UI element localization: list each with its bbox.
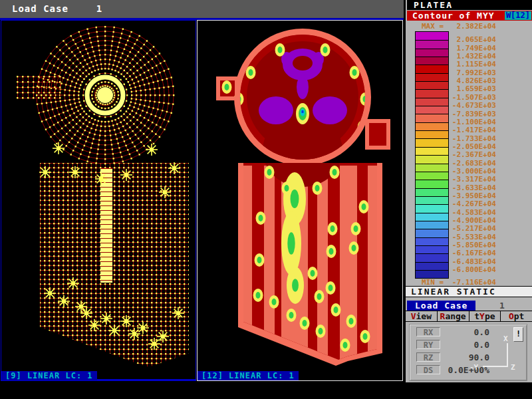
legend-boundary-value: 1.432E+04	[443, 53, 496, 61]
legend-boundary-value: -2.050E+04	[443, 143, 496, 151]
viewport-mesh-status: [9] LINEAR LC: 1	[1, 371, 97, 380]
legend-boundary-value: -5.217E+04	[443, 225, 496, 233]
legend-boundary-value: -4.267E+04	[443, 200, 496, 208]
tool-button[interactable]: !	[513, 327, 523, 342]
axis-line-horizontal	[483, 366, 508, 367]
analysis-type-bar: LINEAR STATIC	[406, 286, 532, 297]
legend-boundary-value: -2.367E+04	[443, 151, 496, 159]
control-panel: PLATEA Contour of MYY W[12] MAX = 2.382E…	[404, 0, 532, 382]
axis-triad: X Z -Y	[472, 336, 520, 375]
legend-boundary-value: -5.533E+04	[443, 233, 496, 241]
menu-item-type[interactable]: tYpe	[469, 311, 501, 321]
legend-boundary-value: 1.115E+04	[443, 61, 496, 68]
legend-boundary-value: -7.839E+03	[443, 110, 496, 118]
app-screen: Load Case1 [9] LINEAR LC: 1 [12] LINEAR …	[0, 0, 532, 399]
menu-item-range[interactable]: Range	[438, 311, 469, 321]
legend-boundary-value: -4.583E+04	[443, 209, 496, 217]
menu-item-opt[interactable]: Opt	[501, 311, 532, 321]
axis-label-x: X	[503, 334, 508, 343]
legend-boundary-value: 7.992E+03	[443, 69, 496, 77]
title-bar: Load Case1	[0, 0, 404, 18]
legend-boundary-value: -5.850E+04	[443, 241, 496, 249]
menu-item-view[interactable]: View	[406, 311, 438, 321]
viewport-contour[interactable]: [12] LINEAR LC: 1	[197, 20, 403, 381]
contour-header: Contour of MYY W[12]	[407, 11, 532, 21]
legend-boundary-value: -3.000E+04	[443, 168, 496, 176]
control-row-rx: RX0.0	[416, 327, 527, 337]
legend-boundary-value: 1.749E+04	[443, 45, 496, 53]
legend-boundary-value: 2.065E+04	[443, 36, 496, 44]
legend-boundary-value: -1.507E+03	[443, 94, 496, 102]
contour-canvas[interactable]	[198, 21, 402, 380]
legend-max-value: 2.382E+04	[443, 23, 496, 31]
field-button-rz[interactable]: RZ	[416, 352, 440, 362]
viewport-mesh[interactable]: [9] LINEAR LC: 1	[1, 20, 196, 381]
load-case-row: Load Case 1	[406, 299, 532, 310]
legend-boundary-value: -1.417E+04	[443, 126, 496, 134]
legend-boundary-value: 4.826E+03	[443, 77, 496, 85]
field-button-rx[interactable]: RX	[416, 327, 440, 336]
legend-boundary-value: -4.673E+03	[443, 102, 496, 110]
menu-bar: ViewRangetYpeOpt	[406, 311, 532, 322]
load-case-value: 1	[499, 301, 505, 311]
contour-header-label: Contour of MYY	[412, 11, 495, 21]
legend-boundary-value: -6.167E+04	[443, 249, 496, 257]
axis-label-z: Z	[511, 363, 515, 372]
legend-boundary-value: -3.317E+04	[443, 176, 496, 184]
legend-boundary-value: -1.100E+04	[443, 118, 496, 126]
legend-boundary-value: -6.483E+04	[443, 258, 496, 266]
app-title: PLATEA	[407, 0, 532, 10]
legend-boundary-value: -6.800E+04	[443, 266, 496, 274]
view-controls-box: RX0.0RY0.0RZ90.0DS0.0E+00% X Z -Y !	[409, 324, 527, 381]
window-badge[interactable]: W[12]	[505, 11, 531, 20]
legend-boundary-value: -3.633E+04	[443, 184, 496, 192]
title-load-case-value: 1	[96, 3, 102, 14]
axis-label-neg-y: -Y	[469, 363, 478, 372]
legend-boundary-value: -2.683E+04	[443, 160, 496, 168]
mesh-canvas[interactable]	[1, 21, 196, 380]
legend-boundary-value: -4.900E+04	[443, 217, 496, 225]
title-load-case-label: Load Case	[12, 3, 68, 14]
axis-line-vertical	[507, 343, 508, 367]
field-button-ry[interactable]: RY	[416, 340, 440, 349]
legend-boundary-value: 1.659E+03	[443, 85, 496, 93]
viewport-contour-status: [12] LINEAR LC: 1	[198, 371, 299, 380]
field-value-rx: 0.0	[440, 327, 489, 337]
legend-boundary-value: -3.950E+04	[443, 192, 496, 200]
field-button-ds[interactable]: DS	[416, 365, 440, 374]
load-case-button[interactable]: Load Case	[407, 301, 475, 311]
legend-boundary-value: -1.733E+04	[443, 135, 496, 143]
